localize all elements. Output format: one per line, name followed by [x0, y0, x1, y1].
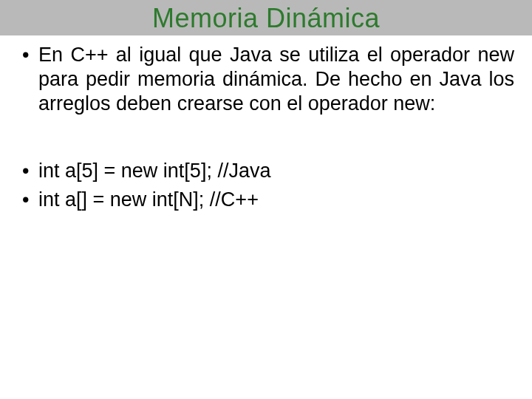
slide-body: En C++ al igual que Java se utiliza el o… — [0, 35, 532, 212]
slide-title: Memoria Dinámica — [152, 3, 380, 33]
title-bar: Memoria Dinámica — [0, 0, 532, 35]
bullet-item: En C++ al igual que Java se utiliza el o… — [19, 43, 514, 116]
bullet-list: En C++ al igual que Java se utiliza el o… — [19, 43, 514, 116]
bullet-list: int a[5] = new int[5]; //Java int a[] = … — [19, 159, 514, 212]
spacer — [19, 120, 514, 159]
bullet-item: int a[5] = new int[5]; //Java — [19, 159, 514, 183]
bullet-item: int a[] = new int[N]; //C++ — [19, 188, 514, 212]
